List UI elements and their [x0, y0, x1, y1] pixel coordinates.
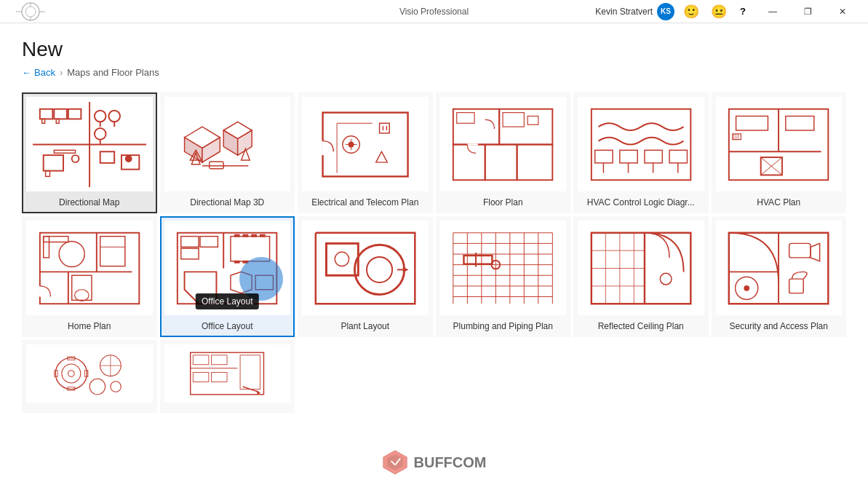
svg-rect-84	[43, 236, 68, 242]
svg-point-25	[71, 155, 79, 162]
svg-point-90	[74, 289, 89, 301]
svg-point-15	[95, 110, 106, 122]
template-thumb-floor-plan	[440, 97, 567, 191]
template-hvac-plan[interactable]: HVAC Plan	[712, 92, 847, 213]
svg-rect-166	[240, 355, 260, 390]
template-label-floor-plan: Floor Plan	[480, 196, 526, 209]
svg-marker-111	[402, 266, 408, 272]
template-label-plant-layout: Plant Layout	[338, 320, 392, 333]
template-label-hvac-plan: HVAC Plan	[754, 196, 803, 209]
svg-rect-100	[251, 234, 257, 237]
template-office-layout[interactable]: Office Layout Office Layout	[160, 216, 295, 337]
template-label-office-layout: Office Layout	[199, 320, 256, 333]
svg-point-112	[335, 252, 349, 266]
template-label-reflected-ceiling: Reflected Ceiling Plan	[595, 320, 687, 333]
svg-rect-53	[517, 144, 553, 180]
template-thumb-home-plan	[26, 221, 153, 315]
svg-marker-104	[185, 272, 217, 304]
close-button[interactable]: ✕	[826, 0, 859, 23]
svg-marker-144	[811, 243, 820, 261]
svg-point-21	[124, 155, 132, 162]
template-thumb-directional-map-3d	[164, 97, 291, 191]
svg-point-158	[89, 379, 105, 395]
svg-rect-96	[200, 236, 218, 247]
svg-rect-94	[181, 236, 199, 247]
svg-rect-101	[260, 234, 266, 237]
svg-rect-36	[210, 161, 224, 168]
svg-rect-60	[594, 150, 612, 163]
svg-point-86	[59, 241, 84, 266]
template-electrical-telecom[interactable]: Electrical and Telecom Plan	[298, 92, 433, 213]
template-area: Directional Map	[0, 85, 868, 490]
smiley-icon[interactable]: 🙂	[680, 4, 702, 20]
template-thumb-plumbing	[440, 221, 567, 315]
back-arrow-icon: ←	[22, 67, 31, 78]
svg-rect-99	[243, 234, 249, 237]
svg-rect-37	[322, 112, 407, 176]
template-hvac-control[interactable]: HVAC Control Logic Diagr...	[573, 92, 709, 213]
template-security-access[interactable]: Security and Access Plan	[712, 216, 847, 337]
template-plumbing[interactable]: Plumbing and Piping Plan	[436, 216, 571, 337]
watermark: BUFFCOM	[382, 449, 487, 475]
svg-point-147	[744, 285, 749, 291]
svg-point-139	[660, 273, 672, 285]
template-thumb-row3-2	[164, 344, 291, 403]
app-logo	[9, 0, 52, 23]
help-button[interactable]: ?	[736, 6, 750, 17]
template-label-directional-map-3d: Directional Map 3D	[187, 196, 267, 209]
svg-rect-61	[619, 150, 637, 163]
template-row3-item1[interactable]	[22, 340, 157, 413]
svg-marker-168	[257, 390, 261, 395]
svg-rect-54	[457, 112, 474, 123]
svg-rect-128	[464, 255, 493, 264]
template-thumb-reflected-ceiling	[578, 221, 704, 315]
template-thumb-directional-map	[26, 97, 153, 191]
minimize-button[interactable]: —	[756, 0, 789, 23]
template-thumb-security	[716, 221, 843, 315]
user-avatar[interactable]: KS	[657, 3, 674, 20]
svg-point-159	[111, 382, 121, 392]
title-bar: Visio Professional Kevin Stratvert KS 🙂 …	[0, 0, 868, 23]
template-reflected-ceiling[interactable]: Reflected Ceiling Plan	[573, 216, 709, 337]
template-thumb-hvac-control	[578, 97, 704, 191]
user-name: Kevin Stratvert	[595, 7, 653, 17]
breadcrumb-maps: Maps and Floor Plans	[67, 67, 159, 78]
page-header: New ← Back › Maps and Floor Plans	[0, 23, 868, 85]
svg-rect-87	[100, 236, 124, 266]
template-thumb-hvac-plan	[716, 97, 843, 191]
svg-rect-52	[485, 144, 517, 180]
template-thumb-plant-layout	[302, 221, 429, 315]
svg-rect-143	[789, 243, 811, 258]
svg-rect-102	[234, 260, 240, 263]
svg-rect-14	[45, 170, 49, 176]
restore-button[interactable]: ❐	[791, 0, 824, 23]
template-floor-plan[interactable]: Floor Plan	[436, 92, 571, 213]
svg-rect-162	[193, 355, 209, 365]
svg-rect-49	[453, 108, 499, 144]
svg-rect-85	[43, 236, 49, 257]
main-content: New ← Back › Maps and Floor Plans	[0, 23, 868, 490]
page-title: New	[22, 38, 846, 61]
svg-rect-163	[212, 355, 228, 365]
feedback-icon[interactable]: 😐	[708, 4, 730, 20]
template-row3-item2[interactable]	[160, 340, 295, 413]
svg-rect-43	[379, 123, 389, 133]
template-thumb-row3-1	[26, 344, 153, 403]
svg-rect-107	[326, 243, 358, 275]
template-plant-layout[interactable]: Plant Layout	[298, 216, 433, 337]
user-info: Kevin Stratvert KS	[595, 3, 674, 20]
template-home-plan[interactable]: Home Plan	[22, 216, 157, 337]
title-bar-right: Kevin Stratvert KS 🙂 😐 ? — ❐ ✕	[595, 0, 859, 23]
svg-rect-145	[789, 279, 804, 293]
template-directional-map-3d[interactable]: Directional Map 3D	[160, 92, 295, 213]
template-directional-map[interactable]: Directional Map	[22, 92, 157, 213]
svg-rect-71	[736, 116, 768, 130]
svg-rect-72	[786, 116, 814, 130]
back-button[interactable]: ← Back	[22, 67, 55, 78]
template-grid: Directional Map	[22, 92, 846, 413]
svg-rect-55	[503, 112, 524, 127]
svg-rect-56	[527, 116, 538, 125]
svg-marker-46	[375, 151, 387, 162]
svg-point-150	[68, 371, 74, 377]
template-label-directional-map: Directional Map	[56, 196, 122, 209]
